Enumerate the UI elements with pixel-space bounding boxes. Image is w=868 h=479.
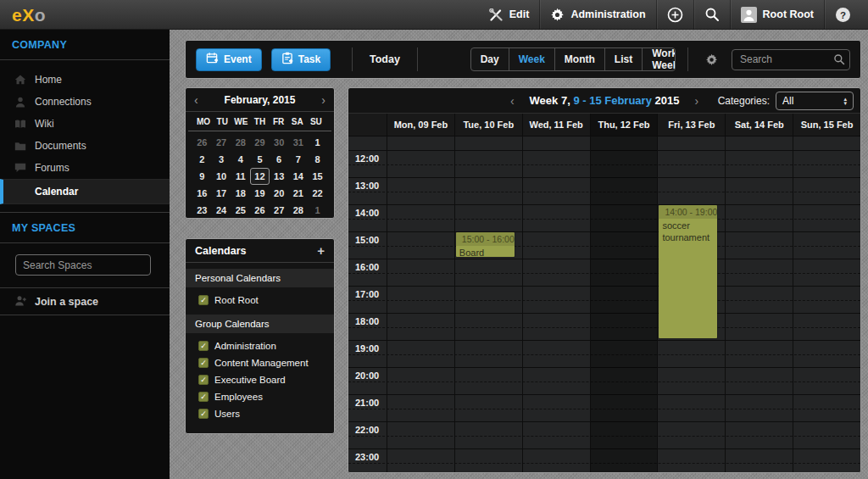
checkbox-icon[interactable]: ✓: [198, 375, 209, 385]
view-button-month[interactable]: Month: [554, 48, 604, 70]
day-header[interactable]: Thu, 12 Feb: [590, 114, 658, 136]
calendar-event[interactable]: 15:00 - 16:00Board meeting: [456, 232, 515, 257]
new-event-button[interactable]: Event: [196, 48, 262, 71]
sidebar-item-calendar[interactable]: Calendar: [0, 179, 170, 204]
mini-calendar-day[interactable]: 6: [270, 151, 289, 168]
mini-calendar-day[interactable]: 23: [192, 202, 212, 219]
administration-button[interactable]: Administration: [539, 0, 655, 29]
mini-calendar-day[interactable]: 10: [212, 168, 231, 185]
day-header[interactable]: Sun, 15 Feb: [793, 114, 860, 136]
sidebar-item-forums[interactable]: Forums: [0, 157, 170, 179]
mini-calendar-day[interactable]: 13: [270, 168, 289, 185]
hour-row[interactable]: 23:00: [348, 448, 860, 472]
calendar-list-item[interactable]: ✓Administration: [186, 337, 334, 354]
view-button-week[interactable]: Week: [509, 48, 554, 70]
help-button[interactable]: ?: [824, 0, 861, 29]
mini-calendar-day[interactable]: 31: [289, 134, 309, 151]
day-header[interactable]: Wed, 11 Feb: [522, 114, 590, 136]
sidebar-item-connections[interactable]: Connections: [0, 91, 170, 113]
prev-week-icon[interactable]: ‹: [510, 94, 515, 108]
mini-calendar-day[interactable]: 17: [212, 185, 231, 202]
hour-row[interactable]: 20:00: [348, 367, 860, 394]
user-menu[interactable]: Root Root: [730, 0, 824, 29]
search-button[interactable]: [693, 0, 730, 29]
mini-calendar-day[interactable]: 11: [231, 168, 250, 185]
mini-calendar-day[interactable]: 26: [250, 202, 270, 219]
sidebar-item-documents[interactable]: Documents: [0, 135, 170, 157]
mini-calendar-day[interactable]: 3: [212, 151, 231, 168]
hour-row[interactable]: 13:00: [348, 177, 860, 204]
hour-row[interactable]: 21:00: [348, 394, 860, 421]
mini-calendar-day[interactable]: 8: [308, 151, 327, 168]
calendar-list-item[interactable]: ✓Content Management: [186, 354, 334, 371]
add-button[interactable]: [656, 0, 693, 29]
mini-calendar-prev-icon[interactable]: ‹: [194, 94, 198, 106]
mini-calendar-day[interactable]: 5: [250, 151, 270, 168]
checkbox-icon[interactable]: ✓: [198, 358, 209, 368]
calendar-list-item[interactable]: ✓Users: [186, 405, 334, 422]
sidebar-item-wiki[interactable]: Wiki: [0, 113, 170, 135]
week-grid[interactable]: 12:0013:0014:0015:0016:0017:0018:0019:00…: [348, 136, 860, 472]
calendar-list-item[interactable]: ✓Employees: [186, 388, 334, 405]
hour-row[interactable]: 18:00: [348, 313, 860, 340]
calendar-list-item[interactable]: ✓Root Root: [186, 292, 334, 309]
mini-calendar-day[interactable]: 27: [270, 202, 289, 219]
mini-calendar-day[interactable]: 24: [212, 202, 231, 219]
hour-row[interactable]: 17:00: [348, 286, 860, 313]
mini-calendar-day[interactable]: 18: [231, 185, 250, 202]
hour-row[interactable]: 14:00: [348, 204, 860, 231]
today-button[interactable]: Today: [364, 53, 405, 65]
calendar-group-label[interactable]: Group Calendars: [186, 315, 334, 333]
mini-calendar-day[interactable]: 25: [231, 202, 250, 219]
new-task-button[interactable]: Task: [271, 48, 331, 71]
categories-select[interactable]: All ▴▾: [776, 92, 854, 110]
day-header[interactable]: Mon, 09 Feb: [387, 114, 454, 136]
sidebar-header-company[interactable]: COMPANY: [0, 30, 170, 60]
day-header[interactable]: Fri, 13 Feb: [657, 114, 725, 136]
mini-calendar-day[interactable]: 27: [212, 134, 231, 151]
sidebar-header-myspaces[interactable]: MY SPACES: [0, 213, 170, 243]
mini-calendar-day[interactable]: 28: [231, 134, 250, 151]
hour-row[interactable]: 12:00: [348, 150, 860, 177]
sidebar-item-join-space[interactable]: Join a space: [0, 288, 170, 315]
view-button-day[interactable]: Day: [471, 48, 509, 70]
add-calendar-button[interactable]: +: [317, 244, 325, 257]
checkbox-icon[interactable]: ✓: [198, 341, 209, 351]
mini-calendar-day[interactable]: 16: [192, 185, 212, 202]
calendar-settings-gear-icon[interactable]: [705, 53, 718, 66]
mini-calendar-day[interactable]: 2: [192, 151, 212, 168]
hour-row[interactable]: 15:00: [348, 231, 860, 259]
mini-calendar-day[interactable]: 4: [231, 151, 250, 168]
view-button-list[interactable]: List: [604, 48, 642, 70]
mini-calendar-day[interactable]: 7: [289, 151, 309, 168]
mini-calendar-day[interactable]: 9: [192, 168, 212, 185]
checkbox-icon[interactable]: ✓: [198, 409, 209, 419]
mini-calendar-next-icon[interactable]: ›: [321, 94, 326, 106]
mini-calendar-day[interactable]: 15: [308, 168, 327, 185]
mini-calendar-day[interactable]: 26: [192, 134, 212, 151]
calendar-group-label[interactable]: Personal Calendars: [186, 269, 334, 287]
mini-calendar-day[interactable]: 21: [289, 185, 309, 202]
day-header[interactable]: Tue, 10 Feb: [454, 114, 522, 136]
checkbox-icon[interactable]: ✓: [198, 295, 209, 305]
edit-button[interactable]: Edit: [479, 0, 540, 29]
calendar-search-input[interactable]: [732, 49, 850, 70]
mini-calendar-day[interactable]: 22: [308, 185, 327, 202]
hour-row[interactable]: 22:00: [348, 421, 860, 448]
mini-calendar-day-today[interactable]: 12: [250, 168, 270, 185]
mini-calendar-day[interactable]: 1: [308, 202, 327, 219]
mini-calendar-day[interactable]: 20: [270, 185, 289, 202]
search-spaces-input[interactable]: [15, 254, 151, 276]
sidebar-item-home[interactable]: Home: [0, 69, 170, 91]
calendar-list-item[interactable]: ✓Executive Board: [186, 371, 334, 388]
mini-calendar-day[interactable]: 30: [270, 134, 289, 151]
next-week-icon[interactable]: ›: [694, 94, 698, 108]
mini-calendar-day[interactable]: 29: [250, 134, 270, 151]
mini-calendar-day[interactable]: 19: [250, 185, 270, 202]
day-header[interactable]: Sat, 14 Feb: [725, 114, 793, 136]
calendar-event[interactable]: 14:00 - 19:00soccer tournament: [659, 205, 717, 338]
mini-calendar-day[interactable]: 1: [308, 134, 327, 151]
hour-row[interactable]: 16:00: [348, 259, 860, 286]
mini-calendar-day[interactable]: 28: [289, 202, 309, 219]
mini-calendar-day[interactable]: 14: [289, 168, 309, 185]
